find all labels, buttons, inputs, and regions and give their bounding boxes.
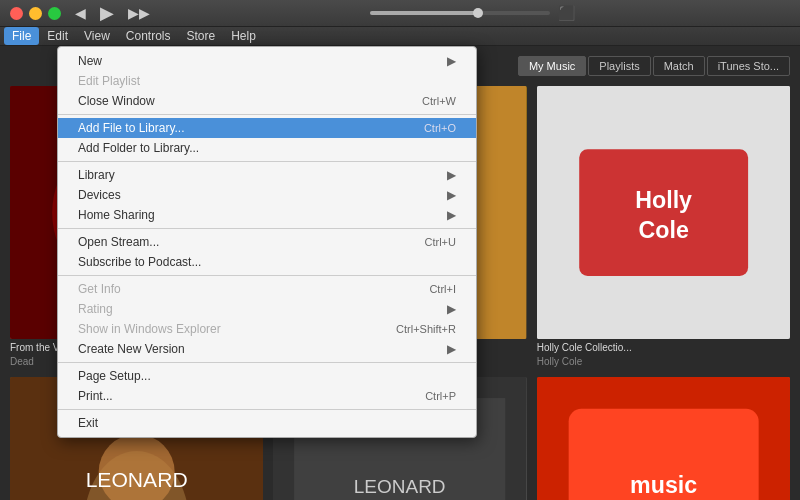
menu-close-window-label: Close Window — [78, 94, 155, 108]
album-item-monkees[interactable]: music box Music Box The Monkees — [537, 377, 790, 500]
menu-library-arrow: ▶ — [447, 168, 456, 182]
menu-edit[interactable]: Edit — [39, 27, 76, 45]
menu-add-file[interactable]: Add File to Library... Ctrl+O — [58, 118, 476, 138]
menu-get-info-shortcut: Ctrl+I — [429, 283, 456, 295]
menu-file[interactable]: File — [4, 27, 39, 45]
album-art-holly: Holly Cole — [537, 86, 790, 339]
separator-3 — [58, 228, 476, 229]
forward-button[interactable]: ▶▶ — [124, 3, 154, 23]
menu-close-shortcut: Ctrl+W — [422, 95, 456, 107]
menu-devices[interactable]: Devices ▶ — [58, 185, 476, 205]
separator-6 — [58, 409, 476, 410]
progress-track[interactable] — [370, 11, 550, 15]
menu-show-explorer-label: Show in Windows Explorer — [78, 322, 221, 336]
maximize-button[interactable] — [48, 7, 61, 20]
progress-thumb — [473, 8, 483, 18]
album-item-holly[interactable]: Holly Cole Holly Cole Collectio... Holly… — [537, 86, 790, 367]
menu-exit-label: Exit — [78, 416, 98, 430]
play-button[interactable]: ▶ — [96, 0, 118, 26]
tab-my-music[interactable]: My Music — [518, 56, 586, 76]
menu-bar: File Edit View Controls Store Help — [0, 27, 800, 46]
menu-devices-arrow: ▶ — [447, 188, 456, 202]
title-bar: ◀ ▶ ▶▶ ⬛ — [0, 0, 800, 27]
menu-show-explorer: Show in Windows Explorer Ctrl+Shift+R — [58, 319, 476, 339]
menu-add-folder-label: Add Folder to Library... — [78, 141, 199, 155]
separator-5 — [58, 362, 476, 363]
svg-text:LEONARD: LEONARD — [354, 476, 446, 497]
menu-view[interactable]: View — [76, 27, 118, 45]
menu-create-new-version-label: Create New Version — [78, 342, 185, 356]
menu-show-explorer-shortcut: Ctrl+Shift+R — [396, 323, 456, 335]
progress-fill — [370, 11, 478, 15]
menu-rating-label: Rating — [78, 302, 113, 316]
menu-new-arrow: ▶ — [447, 54, 456, 68]
menu-new[interactable]: New ▶ — [58, 51, 476, 71]
airplay-icon[interactable]: ⬛ — [558, 5, 575, 21]
menu-rating: Rating ▶ — [58, 299, 476, 319]
close-button[interactable] — [10, 7, 23, 20]
window-controls — [10, 7, 61, 20]
main-area: My Music Playlists Match iTunes Sto... — [0, 46, 800, 500]
menu-page-setup[interactable]: Page Setup... — [58, 366, 476, 386]
separator-4 — [58, 275, 476, 276]
menu-open-stream-shortcut: Ctrl+U — [425, 236, 456, 248]
menu-controls[interactable]: Controls — [118, 27, 179, 45]
menu-close-window[interactable]: Close Window Ctrl+W — [58, 91, 476, 111]
tab-match[interactable]: Match — [653, 56, 705, 76]
svg-text:music: music — [630, 472, 697, 498]
menu-library[interactable]: Library ▶ — [58, 165, 476, 185]
menu-subscribe-podcast-label: Subscribe to Podcast... — [78, 255, 201, 269]
menu-subscribe-podcast[interactable]: Subscribe to Podcast... — [58, 252, 476, 272]
menu-add-file-label: Add File to Library... — [78, 121, 185, 135]
itunes-window: ◀ ▶ ▶▶ ⬛ File Edit View Controls Store H… — [0, 0, 800, 500]
progress-bar-area: ⬛ — [154, 5, 790, 21]
svg-text:LEONARD: LEONARD — [86, 468, 188, 491]
back-button[interactable]: ◀ — [71, 3, 90, 23]
menu-print-shortcut: Ctrl+P — [425, 390, 456, 402]
menu-print[interactable]: Print... Ctrl+P — [58, 386, 476, 406]
menu-home-sharing-label: Home Sharing — [78, 208, 155, 222]
separator-1 — [58, 114, 476, 115]
menu-home-sharing[interactable]: Home Sharing ▶ — [58, 205, 476, 225]
menu-page-setup-label: Page Setup... — [78, 369, 151, 383]
menu-create-new-version[interactable]: Create New Version ▶ — [58, 339, 476, 359]
tab-itunes-store[interactable]: iTunes Sto... — [707, 56, 790, 76]
menu-get-info: Get Info Ctrl+I — [58, 279, 476, 299]
menu-rating-arrow: ▶ — [447, 302, 456, 316]
file-dropdown-menu: New ▶ Edit Playlist Close Window Ctrl+W … — [57, 46, 477, 438]
menu-exit[interactable]: Exit — [58, 413, 476, 433]
menu-devices-label: Devices — [78, 188, 121, 202]
album-title-holly: Holly Cole Collectio... — [537, 342, 790, 353]
album-artist-holly: Holly Cole — [537, 356, 790, 367]
toolbar-controls: ◀ ▶ ▶▶ — [71, 0, 154, 26]
separator-2 — [58, 161, 476, 162]
menu-new-label: New — [78, 54, 102, 68]
menu-open-stream-label: Open Stream... — [78, 235, 159, 249]
tab-playlists[interactable]: Playlists — [588, 56, 650, 76]
menu-library-label: Library — [78, 168, 115, 182]
menu-add-folder[interactable]: Add Folder to Library... — [58, 138, 476, 158]
minimize-button[interactable] — [29, 7, 42, 20]
menu-print-label: Print... — [78, 389, 113, 403]
menu-store[interactable]: Store — [179, 27, 224, 45]
menu-add-file-shortcut: Ctrl+O — [424, 122, 456, 134]
menu-edit-playlist-label: Edit Playlist — [78, 74, 140, 88]
svg-text:COHEN: COHEN — [99, 496, 175, 500]
menu-help[interactable]: Help — [223, 27, 264, 45]
menu-home-sharing-arrow: ▶ — [447, 208, 456, 222]
svg-text:Cole: Cole — [638, 217, 688, 243]
menu-create-new-version-arrow: ▶ — [447, 342, 456, 356]
menu-get-info-label: Get Info — [78, 282, 121, 296]
svg-text:Holly: Holly — [635, 187, 692, 213]
album-art-monkees: music box — [537, 377, 790, 500]
menu-edit-playlist: Edit Playlist — [58, 71, 476, 91]
menu-open-stream[interactable]: Open Stream... Ctrl+U — [58, 232, 476, 252]
